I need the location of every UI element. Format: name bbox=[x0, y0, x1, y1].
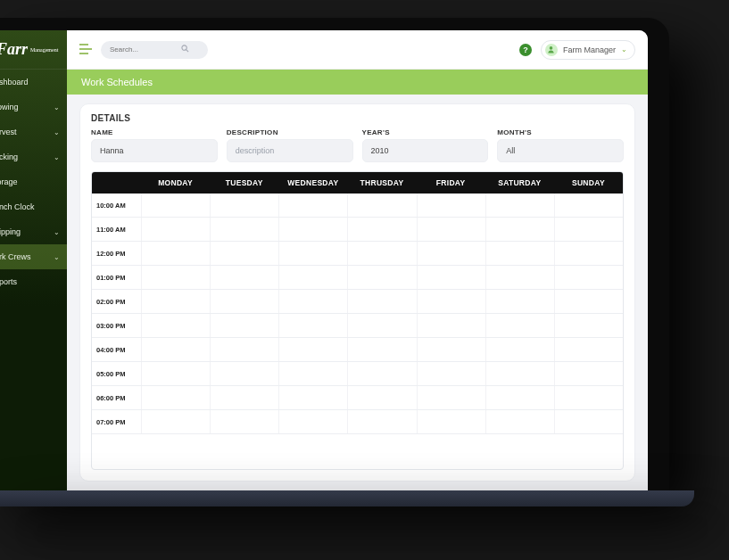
schedule-cell[interactable] bbox=[278, 338, 347, 361]
schedule-cell[interactable] bbox=[347, 242, 416, 265]
schedule-cell[interactable] bbox=[347, 338, 416, 361]
schedule-cell[interactable] bbox=[417, 314, 485, 337]
schedule-cell[interactable] bbox=[210, 410, 278, 433]
schedule-cell[interactable] bbox=[485, 338, 554, 361]
schedule-cell[interactable] bbox=[485, 266, 554, 289]
sidebar-item-8[interactable]: eports bbox=[0, 269, 67, 294]
sidebar-item-2[interactable]: arvest⌄ bbox=[0, 119, 67, 144]
schedule-cell[interactable] bbox=[417, 386, 485, 409]
schedule-cell[interactable] bbox=[554, 386, 623, 409]
help-icon[interactable]: ? bbox=[519, 44, 532, 56]
schedule-cell[interactable] bbox=[210, 386, 278, 409]
input-description[interactable]: description bbox=[227, 139, 353, 162]
schedule-cell[interactable] bbox=[417, 410, 485, 433]
schedule-cell[interactable] bbox=[141, 242, 210, 265]
schedule-cell[interactable] bbox=[141, 290, 210, 313]
schedule-cell[interactable] bbox=[347, 218, 416, 241]
schedule-cell[interactable] bbox=[141, 386, 210, 409]
schedule-cell[interactable] bbox=[278, 290, 347, 313]
search-icon bbox=[181, 45, 189, 54]
schedule-cell[interactable] bbox=[485, 386, 554, 409]
schedule-cell[interactable] bbox=[141, 410, 210, 433]
schedule-cell[interactable] bbox=[485, 362, 554, 385]
schedule-cell[interactable] bbox=[210, 242, 278, 265]
sidebar-item-5[interactable]: unch Clock bbox=[0, 194, 67, 219]
schedule-cell[interactable] bbox=[347, 314, 416, 337]
schedule-cell[interactable] bbox=[278, 314, 347, 337]
schedule-cell[interactable] bbox=[417, 338, 485, 361]
schedule-cell[interactable] bbox=[347, 194, 416, 217]
schedule-cell[interactable] bbox=[210, 362, 278, 385]
schedule-cell[interactable] bbox=[210, 266, 278, 289]
schedule-cell[interactable] bbox=[141, 314, 210, 337]
sidebar-item-6[interactable]: hipping⌄ bbox=[0, 219, 67, 244]
schedule-cell[interactable] bbox=[554, 242, 623, 265]
schedule-cell[interactable] bbox=[554, 218, 623, 241]
schedule-cell[interactable] bbox=[554, 290, 623, 313]
menu-toggle-icon[interactable] bbox=[79, 43, 92, 57]
schedule-cell[interactable] bbox=[210, 194, 278, 217]
schedule-row: 04:00 PM bbox=[92, 338, 623, 362]
sidebar-item-label: arvest bbox=[0, 128, 17, 136]
schedule-cell[interactable] bbox=[485, 194, 554, 217]
user-menu[interactable]: Farm Manager ⌄ bbox=[541, 40, 635, 60]
schedule-cell[interactable] bbox=[278, 362, 347, 385]
schedule-cell[interactable] bbox=[485, 314, 554, 337]
schedule-cell[interactable] bbox=[210, 218, 278, 241]
schedule-cell[interactable] bbox=[554, 362, 623, 385]
schedule-cell[interactable] bbox=[554, 410, 623, 433]
schedule-cell[interactable] bbox=[485, 242, 554, 265]
schedule-cell[interactable] bbox=[417, 242, 485, 265]
schedule-cell[interactable] bbox=[417, 266, 485, 289]
schedule-cell[interactable] bbox=[554, 314, 623, 337]
select-month[interactable]: All bbox=[497, 139, 624, 162]
page-title: Work Schedules bbox=[81, 77, 153, 87]
schedule-cell[interactable] bbox=[141, 218, 210, 241]
schedule-cell[interactable] bbox=[417, 218, 485, 241]
schedule-cell[interactable] bbox=[278, 242, 347, 265]
sidebar-item-1[interactable]: rowing⌄ bbox=[0, 95, 67, 119]
schedule-cell[interactable] bbox=[141, 194, 210, 217]
schedule-cell[interactable] bbox=[347, 290, 416, 313]
sidebar-item-7[interactable]: ork Crews⌄ bbox=[0, 244, 67, 269]
schedule-cell[interactable] bbox=[141, 338, 210, 361]
schedule-header: MONDAYTUESDAYWEDNESDAYTHRUSDAYFRIDAYSATU… bbox=[92, 172, 623, 194]
schedule-cell[interactable] bbox=[417, 194, 485, 217]
schedule-cell[interactable] bbox=[141, 266, 210, 289]
schedule-cell[interactable] bbox=[210, 290, 278, 313]
schedule-cell[interactable] bbox=[485, 218, 554, 241]
content: DETAILS NAME Hanna DESCRIPTION descripti… bbox=[67, 95, 648, 490]
search-input[interactable] bbox=[110, 45, 181, 54]
input-name[interactable]: Hanna bbox=[91, 139, 218, 162]
details-row: NAME Hanna DESCRIPTION description YEAR'… bbox=[91, 128, 624, 162]
sidebar-item-3[interactable]: acking⌄ bbox=[0, 144, 67, 169]
schedule-cell[interactable] bbox=[210, 314, 278, 337]
schedule-cell[interactable] bbox=[278, 266, 347, 289]
schedule-cell[interactable] bbox=[347, 266, 416, 289]
schedule-cell[interactable] bbox=[347, 410, 416, 433]
schedule-cell[interactable] bbox=[278, 386, 347, 409]
schedule-cell[interactable] bbox=[554, 338, 623, 361]
schedule-cell[interactable] bbox=[278, 410, 347, 433]
time-label: 10:00 AM bbox=[92, 194, 141, 217]
field-year: YEAR'S 2010 bbox=[362, 128, 489, 162]
select-year[interactable]: 2010 bbox=[362, 139, 489, 162]
schedule-cell[interactable] bbox=[554, 194, 623, 217]
schedule-cell[interactable] bbox=[278, 218, 347, 241]
schedule-cell[interactable] bbox=[347, 386, 416, 409]
sidebar-item-4[interactable]: torage bbox=[0, 169, 67, 194]
schedule-cell[interactable] bbox=[417, 362, 485, 385]
day-header-2: WEDNESDAY bbox=[278, 172, 347, 194]
schedule-cell[interactable] bbox=[417, 290, 485, 313]
sidebar-item-0[interactable]: ashboard bbox=[0, 70, 67, 95]
schedule-cell[interactable] bbox=[554, 266, 623, 289]
schedule-cell[interactable] bbox=[347, 362, 416, 385]
schedule-cell[interactable] bbox=[485, 290, 554, 313]
schedule-cell[interactable] bbox=[141, 362, 210, 385]
time-label: 12:00 PM bbox=[92, 242, 141, 265]
sidebar: Farr Management ashboardrowing⌄arvest⌄ac… bbox=[0, 30, 67, 490]
search-input-wrap[interactable] bbox=[101, 41, 208, 59]
schedule-cell[interactable] bbox=[210, 338, 278, 361]
schedule-cell[interactable] bbox=[278, 194, 347, 217]
schedule-cell[interactable] bbox=[485, 410, 554, 433]
